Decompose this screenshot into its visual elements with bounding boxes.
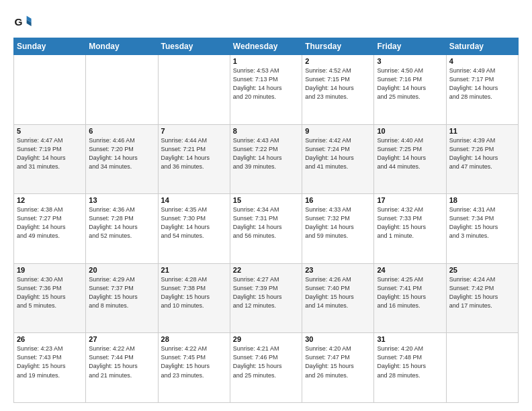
day-number: 30: [305, 335, 371, 343]
day-cell: 15Sunrise: 4:34 AM Sunset: 7:31 PM Dayli…: [230, 194, 302, 264]
day-info: Sunrise: 4:31 AM Sunset: 7:34 PM Dayligh…: [449, 205, 515, 240]
weekday-tuesday: Tuesday: [158, 38, 230, 55]
day-number: 20: [89, 266, 154, 274]
day-cell: 12Sunrise: 4:38 AM Sunset: 7:27 PM Dayli…: [14, 194, 86, 264]
day-info: Sunrise: 4:26 AM Sunset: 7:40 PM Dayligh…: [305, 275, 371, 310]
day-number: 4: [449, 57, 515, 65]
day-cell: 20Sunrise: 4:29 AM Sunset: 7:37 PM Dayli…: [86, 263, 158, 333]
day-number: 28: [161, 335, 227, 343]
day-info: Sunrise: 4:21 AM Sunset: 7:46 PM Dayligh…: [233, 345, 299, 379]
logo: G: [13, 12, 35, 31]
day-info: Sunrise: 4:38 AM Sunset: 7:27 PM Dayligh…: [17, 205, 83, 240]
day-info: Sunrise: 4:27 AM Sunset: 7:39 PM Dayligh…: [233, 275, 299, 310]
day-number: 14: [161, 196, 227, 204]
day-info: Sunrise: 4:36 AM Sunset: 7:28 PM Dayligh…: [89, 205, 154, 240]
day-number: 3: [377, 57, 443, 65]
day-number: 12: [17, 196, 83, 204]
day-cell: 22Sunrise: 4:27 AM Sunset: 7:39 PM Dayli…: [230, 263, 302, 333]
weekday-saturday: Saturday: [446, 38, 518, 55]
day-info: Sunrise: 4:52 AM Sunset: 7:15 PM Dayligh…: [305, 66, 371, 101]
day-info: Sunrise: 4:35 AM Sunset: 7:30 PM Dayligh…: [161, 205, 227, 240]
weekday-wednesday: Wednesday: [230, 38, 302, 55]
day-cell: 7Sunrise: 4:44 AM Sunset: 7:21 PM Daylig…: [158, 124, 230, 194]
week-row-1: 1Sunrise: 4:53 AM Sunset: 7:13 PM Daylig…: [14, 55, 519, 125]
day-cell: 1Sunrise: 4:53 AM Sunset: 7:13 PM Daylig…: [230, 55, 302, 125]
day-info: Sunrise: 4:53 AM Sunset: 7:13 PM Dayligh…: [233, 66, 299, 101]
day-number: 15: [233, 196, 299, 204]
day-info: Sunrise: 4:34 AM Sunset: 7:31 PM Dayligh…: [233, 205, 299, 240]
calendar-table: SundayMondayTuesdayWednesdayThursdayFrid…: [13, 38, 519, 403]
day-cell: [14, 55, 86, 125]
day-info: Sunrise: 4:22 AM Sunset: 7:44 PM Dayligh…: [89, 345, 154, 379]
week-row-5: 26Sunrise: 4:23 AM Sunset: 7:43 PM Dayli…: [14, 333, 519, 403]
day-number: 2: [305, 57, 371, 65]
weekday-header-row: SundayMondayTuesdayWednesdayThursdayFrid…: [14, 38, 519, 55]
day-number: 7: [161, 127, 227, 135]
day-cell: 10Sunrise: 4:40 AM Sunset: 7:25 PM Dayli…: [374, 124, 446, 194]
day-number: 27: [89, 335, 154, 343]
page: G SundayMondayTuesdayWednesdayThursdayFr…: [0, 0, 532, 411]
logo-icon: G: [13, 12, 32, 31]
day-number: 10: [377, 127, 443, 135]
day-number: 21: [161, 266, 227, 274]
day-cell: 29Sunrise: 4:21 AM Sunset: 7:46 PM Dayli…: [230, 333, 302, 403]
svg-text:G: G: [14, 16, 22, 28]
day-info: Sunrise: 4:50 AM Sunset: 7:16 PM Dayligh…: [377, 66, 443, 101]
day-number: 9: [305, 127, 371, 135]
day-number: 31: [377, 335, 443, 343]
weekday-monday: Monday: [86, 38, 158, 55]
day-number: 18: [449, 196, 515, 204]
week-row-4: 19Sunrise: 4:30 AM Sunset: 7:36 PM Dayli…: [14, 263, 519, 333]
weekday-sunday: Sunday: [14, 38, 86, 55]
day-cell: 23Sunrise: 4:26 AM Sunset: 7:40 PM Dayli…: [302, 263, 374, 333]
day-cell: 5Sunrise: 4:47 AM Sunset: 7:19 PM Daylig…: [14, 124, 86, 194]
day-cell: 3Sunrise: 4:50 AM Sunset: 7:16 PM Daylig…: [374, 55, 446, 125]
day-number: 19: [17, 266, 83, 274]
day-cell: 2Sunrise: 4:52 AM Sunset: 7:15 PM Daylig…: [302, 55, 374, 125]
day-info: Sunrise: 4:22 AM Sunset: 7:45 PM Dayligh…: [161, 345, 227, 379]
week-row-3: 12Sunrise: 4:38 AM Sunset: 7:27 PM Dayli…: [14, 194, 519, 264]
day-info: Sunrise: 4:47 AM Sunset: 7:19 PM Dayligh…: [17, 136, 83, 171]
day-cell: 13Sunrise: 4:36 AM Sunset: 7:28 PM Dayli…: [86, 194, 158, 264]
day-number: 8: [233, 127, 299, 135]
day-info: Sunrise: 4:25 AM Sunset: 7:41 PM Dayligh…: [377, 275, 443, 310]
day-info: Sunrise: 4:29 AM Sunset: 7:37 PM Dayligh…: [89, 275, 154, 310]
day-info: Sunrise: 4:20 AM Sunset: 7:47 PM Dayligh…: [305, 345, 371, 379]
day-info: Sunrise: 4:30 AM Sunset: 7:36 PM Dayligh…: [17, 275, 83, 310]
day-number: 22: [233, 266, 299, 274]
day-cell: 18Sunrise: 4:31 AM Sunset: 7:34 PM Dayli…: [446, 194, 518, 264]
day-cell: 6Sunrise: 4:46 AM Sunset: 7:20 PM Daylig…: [86, 124, 158, 194]
day-number: 1: [233, 57, 299, 65]
day-number: 6: [89, 127, 154, 135]
day-number: 25: [449, 266, 515, 274]
calendar: SundayMondayTuesdayWednesdayThursdayFrid…: [13, 38, 519, 403]
day-number: 13: [89, 196, 154, 204]
day-number: 5: [17, 127, 83, 135]
day-cell: 17Sunrise: 4:32 AM Sunset: 7:33 PM Dayli…: [374, 194, 446, 264]
header: G: [13, 12, 519, 31]
day-info: Sunrise: 4:23 AM Sunset: 7:43 PM Dayligh…: [17, 345, 83, 379]
day-number: 16: [305, 196, 371, 204]
day-cell: 19Sunrise: 4:30 AM Sunset: 7:36 PM Dayli…: [14, 263, 86, 333]
day-number: 17: [377, 196, 443, 204]
day-cell: 21Sunrise: 4:28 AM Sunset: 7:38 PM Dayli…: [158, 263, 230, 333]
weekday-friday: Friday: [374, 38, 446, 55]
day-info: Sunrise: 4:44 AM Sunset: 7:21 PM Dayligh…: [161, 136, 227, 171]
day-cell: 4Sunrise: 4:49 AM Sunset: 7:17 PM Daylig…: [446, 55, 518, 125]
day-info: Sunrise: 4:39 AM Sunset: 7:26 PM Dayligh…: [449, 136, 515, 171]
day-number: 29: [233, 335, 299, 343]
day-info: Sunrise: 4:33 AM Sunset: 7:32 PM Dayligh…: [305, 205, 371, 240]
day-cell: [86, 55, 158, 125]
day-cell: 16Sunrise: 4:33 AM Sunset: 7:32 PM Dayli…: [302, 194, 374, 264]
day-info: Sunrise: 4:32 AM Sunset: 7:33 PM Dayligh…: [377, 205, 443, 240]
day-info: Sunrise: 4:24 AM Sunset: 7:42 PM Dayligh…: [449, 275, 515, 310]
day-number: 11: [449, 127, 515, 135]
day-cell: 24Sunrise: 4:25 AM Sunset: 7:41 PM Dayli…: [374, 263, 446, 333]
day-cell: 31Sunrise: 4:20 AM Sunset: 7:48 PM Dayli…: [374, 333, 446, 403]
day-number: 26: [17, 335, 83, 343]
day-cell: 8Sunrise: 4:43 AM Sunset: 7:22 PM Daylig…: [230, 124, 302, 194]
day-info: Sunrise: 4:42 AM Sunset: 7:24 PM Dayligh…: [305, 136, 371, 171]
week-row-2: 5Sunrise: 4:47 AM Sunset: 7:19 PM Daylig…: [14, 124, 519, 194]
day-info: Sunrise: 4:49 AM Sunset: 7:17 PM Dayligh…: [449, 66, 515, 101]
day-info: Sunrise: 4:43 AM Sunset: 7:22 PM Dayligh…: [233, 136, 299, 171]
